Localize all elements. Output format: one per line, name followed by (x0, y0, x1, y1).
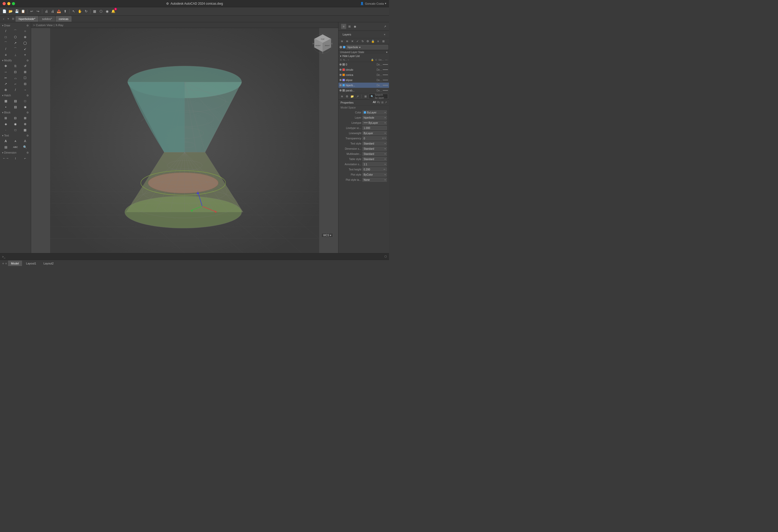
layer-row-circulo[interactable]: circulo De... (338, 67, 389, 72)
canvas-viewport[interactable]: TOP RIGHT FRONT S N E W WCS ▾ (31, 28, 338, 253)
notify-button[interactable]: 🔔1 (110, 9, 116, 14)
prop-layer-value[interactable]: hiperbole ▾ (362, 115, 387, 120)
prop-textheight-edit-icon[interactable]: ✏ (384, 168, 386, 171)
layer-refresh-icon[interactable]: ↻ (360, 39, 365, 43)
dimangular-tool[interactable]: ⌐ (20, 155, 30, 161)
redo-button[interactable]: ↪ (35, 9, 41, 14)
maximize-button[interactable] (12, 2, 15, 5)
ellipse-tool[interactable]: ◯ (20, 40, 30, 46)
view-button[interactable]: ▦ (92, 9, 97, 14)
export-button[interactable]: ⬆ (62, 9, 68, 14)
textstyle-tool[interactable]: A (20, 138, 30, 144)
layer-extra-icon[interactable]: ⊞ (381, 39, 386, 43)
scale-tool[interactable]: ⊡ (11, 69, 20, 75)
tab-solidos[interactable]: solidos* (39, 16, 55, 22)
layer-row-conica[interactable]: conica De... (338, 72, 389, 77)
current-layer-dropdown[interactable]: hiperbole ▾ (346, 45, 388, 50)
user-menu[interactable]: 👤 Goncalo Costa ▾ (360, 2, 386, 5)
wblock-tool[interactable]: ⊠ (20, 115, 30, 121)
spell-tool[interactable]: ABC (11, 144, 20, 150)
revision-tool[interactable]: + (20, 52, 30, 58)
dimension-section-header[interactable]: ▾ Dimension ⚙ (1, 151, 30, 155)
layer-settings-icon[interactable]: ⚙ (366, 39, 370, 43)
tab-add-button[interactable]: + (2, 17, 6, 21)
orbit-button[interactable]: ↻ (83, 9, 89, 14)
prop-tablestyle-value[interactable]: Standard ▾ (362, 157, 387, 161)
measure-tool[interactable]: ▦ (20, 127, 30, 133)
layer-row-hiperbole[interactable]: hiperb... De... (338, 83, 389, 88)
layer-current-icon[interactable]: ✓ (355, 39, 360, 43)
extend-tool[interactable]: ⌓ (11, 75, 20, 81)
polyline-tool[interactable]: ⌒ (1, 40, 10, 46)
add-layout-button[interactable]: + (2, 261, 4, 265)
layer-more-icon[interactable]: ≡ (376, 39, 380, 43)
circle-tool[interactable]: ○ (20, 28, 30, 34)
render-button[interactable]: ◉ (104, 9, 110, 14)
region-tool[interactable]: ↙ (20, 46, 30, 52)
3d-button[interactable]: ⬡ (98, 9, 104, 14)
dimlinear-tool[interactable]: ←→ (1, 155, 10, 161)
attdef-tool[interactable]: ◈ (1, 121, 10, 127)
modify-section-header[interactable]: ▾ Modify ⚙ (1, 58, 30, 63)
copy-tool[interactable]: ⎘ (11, 63, 20, 69)
datalink-tool[interactable]: ⊕ (20, 121, 30, 127)
arc-tool[interactable]: ⌒ (11, 28, 20, 34)
draw-section-settings-icon[interactable]: ⚙ (26, 24, 29, 27)
layer-lock-icon[interactable]: 🔒 (371, 39, 375, 43)
layer-row-elipse[interactable]: elipse De... (338, 77, 389, 83)
hatch-section-header[interactable]: ▾ Hatch ⚙ (1, 93, 30, 98)
move-tool[interactable]: ✥ (1, 63, 10, 69)
text-tool[interactable]: A (11, 138, 20, 144)
prop-ltscale-value[interactable]: 1.000 (362, 126, 387, 130)
text-section-header[interactable]: ▾ Text ⚙ (1, 134, 30, 138)
props-tab-my[interactable]: My (377, 101, 380, 104)
trim-tool[interactable]: ✂ (1, 75, 10, 81)
tab-conicas[interactable]: conicas (56, 16, 72, 22)
wipeout2-tool[interactable]: ▪ (1, 104, 10, 110)
prop-transparency-value[interactable]: 0 ✕ ▾ (362, 136, 387, 141)
layers-panel-close-icon[interactable]: × (382, 32, 387, 37)
pedit-tool[interactable]: → (20, 87, 30, 93)
command-input[interactable] (7, 255, 382, 258)
hatch-tool[interactable]: ▦ (1, 98, 10, 104)
tab-list-button[interactable]: ▾ (6, 17, 10, 21)
props-expand-icon[interactable]: ↗ (385, 101, 387, 104)
layer-settings2-icon[interactable]: ⚙ (345, 94, 349, 99)
tab-hiperboloide[interactable]: hiperboloide* (15, 16, 38, 22)
publish-button[interactable]: 📤 (56, 9, 62, 14)
layout1-tab[interactable]: Layout1 (23, 261, 40, 266)
prop-color-value[interactable]: ByLayer ▾ (362, 110, 387, 114)
undo-button[interactable]: ↩ (29, 9, 34, 14)
prop-textstyle-value[interactable]: Standard ▾ (362, 142, 387, 146)
layer-delete-icon[interactable]: ✕ (350, 39, 355, 43)
prop-textheight-value[interactable]: 0.200 ✏ (362, 167, 387, 171)
properties-tab-icon[interactable]: ⊞ (347, 24, 352, 29)
text-section-settings-icon[interactable]: ⚙ (26, 134, 29, 137)
layer-row-0[interactable]: 0 De... (338, 62, 389, 67)
spline-tool[interactable]: ↗ (11, 40, 20, 46)
minimize-button[interactable] (7, 2, 10, 5)
layer-row-parab[interactable]: parab... De... (338, 88, 389, 93)
select-button[interactable]: ↖ (71, 9, 76, 14)
tab-grid-button[interactable]: ⊞ (11, 17, 15, 21)
polygon-tool[interactable]: ⬡ (11, 34, 20, 40)
prop-dimstyle-value[interactable]: Standard ▾ (362, 147, 387, 151)
layers-tab[interactable]: ≡ (341, 24, 346, 29)
layer-more2-icon[interactable]: ⊞ (363, 94, 368, 99)
offset-tool[interactable]: / (11, 87, 20, 93)
mirror-tool[interactable]: ↔ (1, 69, 10, 75)
hatch-section-settings-icon[interactable]: ⚙ (26, 94, 29, 97)
prop-lineweight-value[interactable]: ByLayer ▾ (362, 131, 387, 135)
layer-filter-icon[interactable]: ≋ (339, 94, 344, 99)
table-tool[interactable]: ▤ (1, 144, 10, 150)
find-tool[interactable]: 🔍 (20, 144, 30, 150)
expand-panel-icon[interactable]: ↗ (382, 24, 387, 29)
pan-button[interactable]: ✋ (77, 9, 83, 14)
mleader-tool[interactable]: ◉ (20, 104, 30, 110)
col-sort-icon[interactable]: ▾ (348, 59, 349, 61)
new-button[interactable]: 📄 (2, 9, 7, 14)
open-button[interactable]: 📂 (8, 9, 13, 14)
props-tab-all[interactable]: All (373, 101, 376, 104)
rotate-tool[interactable]: ↺ (20, 63, 30, 69)
block-section-header[interactable]: ▾ Block ⚙ (1, 110, 30, 115)
